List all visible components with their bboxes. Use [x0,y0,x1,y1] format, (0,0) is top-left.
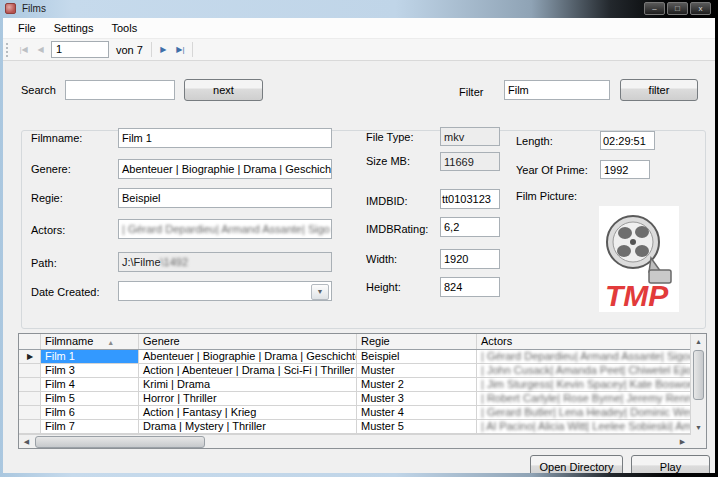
cell-regie[interactable]: Muster [357,364,477,377]
cell-actors[interactable]: | Gerard Butler| Lena Headey| Dominic We… [477,406,692,419]
column-header-genere[interactable]: Genere [139,334,357,349]
table-row[interactable]: Film 3 Action | Abenteuer | Drama | Sci-… [19,364,706,378]
column-header-label: Actors [481,335,512,347]
cell-regie[interactable]: Muster 5 [357,420,477,433]
scroll-up-icon[interactable]: ▲ [691,335,706,348]
move-next-button[interactable]: ▶ [155,42,172,57]
window-title: Films [22,3,46,14]
move-next-icon: ▶ [160,45,166,54]
size-mb-label: Size MB: [366,155,410,167]
genere-field[interactable]: Abenteuer | Biographie | Drama | Geschic… [118,159,332,179]
toolstrip-grip-icon [6,43,11,57]
next-button[interactable]: next [184,79,263,101]
regie-field[interactable]: Beispiel [118,188,332,208]
row-selector[interactable] [19,392,41,405]
cell-genere[interactable]: Abenteuer | Biographie | Drama | Geschic… [139,350,357,363]
cell-filmname[interactable]: Film 4 [41,378,139,391]
table-row[interactable]: ▶ Film 1 Abenteuer | Biographie | Drama … [19,350,706,364]
play-button[interactable]: Play [631,455,710,473]
move-previous-icon: ◀ [37,45,43,54]
move-first-icon: |◀ [19,45,27,54]
filter-input[interactable] [504,80,610,100]
menu-settings[interactable]: Settings [45,19,103,37]
column-header-label: Filmname [45,335,93,347]
cell-actors[interactable]: | Al Pacino| Alicia Witt| Leelee Sobiesk… [477,420,692,433]
title-bar[interactable]: Films – □ x [0,0,718,18]
row-selector[interactable] [19,420,41,433]
scroll-down-icon[interactable]: ▼ [691,421,706,434]
move-first-button[interactable]: |◀ [15,42,32,57]
date-dropdown-button[interactable]: ▼ [311,284,329,300]
cell-actors[interactable]: | John Cusack| Amanda Peet| Chiwetel Eji… [477,364,692,377]
menu-tools[interactable]: Tools [102,19,146,37]
length-label: Length: [516,135,553,147]
close-button[interactable]: x [690,2,711,15]
minimize-button[interactable]: – [644,2,665,15]
cell-regie[interactable]: Muster 3 [357,392,477,405]
height-field[interactable]: 824 [440,277,500,297]
cell-filmname[interactable]: Film 7 [41,420,139,433]
imdbid-field[interactable]: tt0103123 [440,189,500,209]
size-mb-field[interactable]: 11669 [440,152,500,171]
table-row[interactable]: Film 6 Action | Fantasy | Krieg Muster 4… [19,406,706,420]
menu-file[interactable]: File [9,19,45,37]
width-field[interactable]: 1920 [440,249,500,269]
record-position-input[interactable]: 1 [51,41,109,58]
row-selector[interactable] [19,378,41,391]
filmname-field[interactable]: Film 1 [118,128,332,148]
vertical-scroll-thumb[interactable] [693,350,704,400]
cell-genere[interactable]: Krimi | Drama [139,378,357,391]
row-selector[interactable] [19,364,41,377]
cell-actors[interactable]: | Robert Carlyle| Rose Byrne| Jeremy Ren… [477,392,692,405]
length-field[interactable]: 02:29:51 [600,131,655,150]
cell-filmname[interactable]: Film 6 [41,406,139,419]
search-label: Search [21,84,56,96]
cell-genere[interactable]: Action | Abenteuer | Drama | Sci-Fi | Th… [139,364,357,377]
column-header-regie[interactable]: Regie [357,334,477,349]
grid-header-row: Filmname▲ Genere Regie Actors [19,334,706,350]
table-row[interactable]: Film 4 Krimi | Drama Muster 2 | Jim Stur… [19,378,706,392]
year-of-prime-field[interactable]: 1992 [600,160,650,179]
filter-button[interactable]: filter [620,79,698,101]
cell-regie[interactable]: Muster 2 [357,378,477,391]
cell-regie[interactable]: Muster 4 [357,406,477,419]
row-selector[interactable] [19,406,41,419]
cell-regie[interactable]: Beispiel [357,350,477,363]
open-directory-button[interactable]: Open Directory [530,455,623,473]
record-navigator: |◀ ◀ 1 von 7 ▶ ▶| [3,39,715,61]
cell-genere[interactable]: Drama | Mystery | Thriller [139,420,357,433]
cell-genere[interactable]: Action | Fantasy | Krieg [139,406,357,419]
table-row[interactable]: Film 5 Horror | Thriller Muster 3 | Robe… [19,392,706,406]
file-type-field[interactable]: mkv [440,127,500,146]
actors-field[interactable]: | Gérard Depardieu| Armand Assante| Sigo [118,219,332,239]
grid-corner-header[interactable] [19,334,41,349]
cell-actors[interactable]: | Gérard Depardieu| Armand Assante| Sigo… [477,350,692,363]
cell-filmname[interactable]: Film 3 [41,364,139,377]
move-previous-button[interactable]: ◀ [32,42,49,57]
grid-horizontal-scrollbar[interactable]: ◀ ▶ [19,434,690,448]
film-reel-icon: TMP [599,206,679,312]
scroll-right-icon[interactable]: ▶ [675,435,690,448]
move-last-button[interactable]: ▶| [172,42,189,57]
horizontal-scroll-thumb[interactable] [35,436,205,448]
table-row[interactable]: Film 7 Drama | Mystery | Thriller Muster… [19,420,706,434]
maximize-button[interactable]: □ [667,2,688,15]
search-input[interactable] [65,80,175,100]
cell-filmname[interactable]: Film 1 [41,350,139,363]
calendar-dropdown-icon: ▼ [317,288,324,295]
column-header-actors[interactable]: Actors [477,334,692,349]
path-field[interactable]: J:\Filme\1492 [118,252,332,272]
row-selector[interactable]: ▶ [19,350,41,363]
column-header-filmname[interactable]: Filmname▲ [41,334,139,349]
cell-genere[interactable]: Horror | Thriller [139,392,357,405]
grid-vertical-scrollbar[interactable]: ▲ ▼ [690,334,706,435]
cell-actors[interactable]: | Jim Sturgess| Kevin Spacey| Kate Boswo… [477,378,692,391]
films-datagrid[interactable]: Filmname▲ Genere Regie Actors ▶ Film 1 A… [18,333,707,449]
imdbrating-field[interactable]: 6,2 [440,217,500,237]
width-label: Width: [366,253,397,265]
cell-filmname[interactable]: Film 5 [41,392,139,405]
column-header-label: Regie [361,335,390,347]
path-visible-text: J:\Filme [122,256,161,268]
scroll-left-icon[interactable]: ◀ [19,435,34,448]
date-created-picker[interactable]: Mittwoch , 20. Oktober 2010 ▼ [118,281,332,301]
